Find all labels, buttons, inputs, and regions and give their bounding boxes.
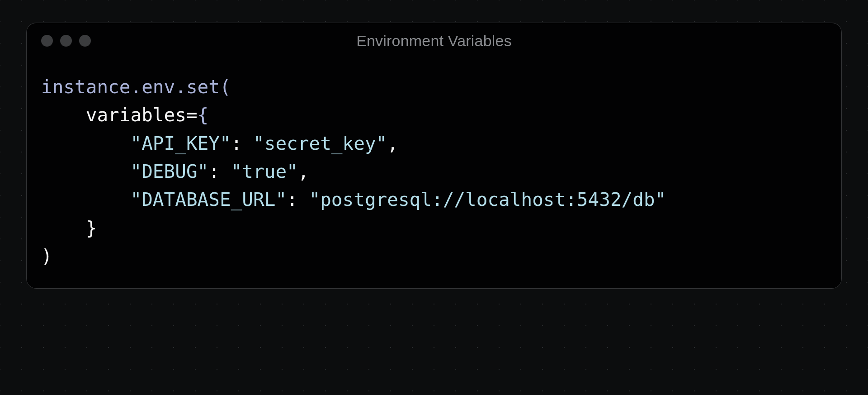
code-call-target: instance.env.set (41, 76, 220, 98)
env-key: "DATABASE_URL" (130, 189, 287, 210)
colon: : (287, 189, 298, 210)
open-brace: { (198, 104, 209, 126)
code-kwarg-name: variables (86, 104, 186, 126)
close-brace: } (86, 217, 97, 239)
close-icon[interactable] (41, 35, 53, 47)
maximize-icon[interactable] (79, 35, 91, 47)
traffic-lights (41, 35, 91, 47)
window-title: Environment Variables (27, 32, 841, 50)
code-window: Environment Variables instance.env.set( … (26, 23, 842, 289)
env-value: "postgresql://localhost:5432/db" (309, 189, 666, 210)
equals-sign: = (186, 104, 198, 126)
code-body: instance.env.set( variables={ "API_KEY":… (27, 49, 841, 288)
env-key: "API_KEY" (130, 133, 231, 154)
open-paren: ( (220, 76, 231, 98)
minimize-icon[interactable] (60, 35, 72, 47)
env-key: "DEBUG" (130, 161, 208, 182)
env-value: "secret_key" (253, 133, 387, 154)
colon: : (231, 133, 242, 154)
window-titlebar: Environment Variables (27, 23, 841, 49)
close-paren: ) (41, 245, 52, 267)
env-value: "true" (231, 161, 298, 182)
colon: : (208, 161, 220, 182)
comma: , (387, 133, 398, 154)
comma: , (298, 161, 309, 182)
